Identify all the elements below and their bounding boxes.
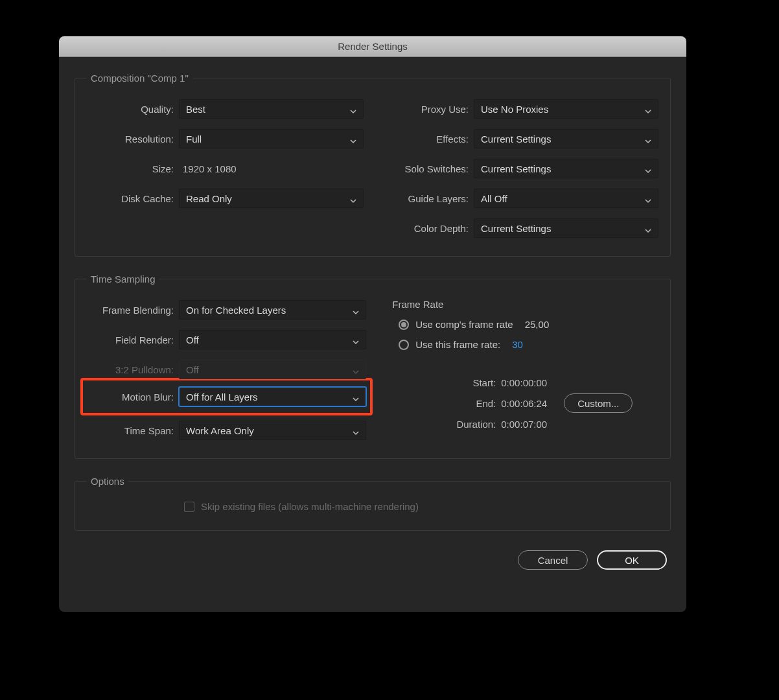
chevron-down-icon [353,427,359,434]
chevron-down-icon [353,366,359,373]
motion-blur-select[interactable]: Off for All Layers [179,387,366,406]
chevron-down-icon [353,393,359,400]
field-render-label: Field Render: [87,334,179,345]
disk-cache-label: Disk Cache: [87,193,179,204]
time-span-label: Time Span: [87,425,179,436]
proxy-label: Proxy Use: [382,104,474,115]
chevron-down-icon [645,106,651,112]
resolution-select[interactable]: Full [179,129,364,148]
guide-label: Guide Layers: [382,193,474,204]
color-depth-select[interactable]: Current Settings [474,218,658,238]
chevron-down-icon [350,106,356,112]
chevron-down-icon [350,135,356,142]
chevron-down-icon [645,225,651,231]
effects-label: Effects: [382,134,474,145]
resolution-value: Full [186,134,202,145]
skip-files-label: Skip existing files (allows multi-machin… [201,501,419,512]
motion-blur-label: Motion Blur: [87,391,179,402]
chevron-down-icon [645,135,651,142]
effects-select[interactable]: Current Settings [474,129,658,148]
dialog-body: Composition "Comp 1" Quality: Best Resol… [59,57,686,581]
chevron-down-icon [350,195,356,202]
time-sampling-right-col: Frame Rate Use comp's frame rate 25,00 U… [384,295,658,445]
frame-rate-custom-label: Use this frame rate: [415,339,500,350]
proxy-value: Use No Proxies [481,104,548,115]
quality-label: Quality: [87,104,179,115]
end-value: 0:00:06:24 [501,398,547,409]
motion-blur-value: Off for All Layers [186,391,258,402]
solo-select[interactable]: Current Settings [474,159,658,178]
size-label: Size: [87,163,179,174]
time-span-select[interactable]: Work Area Only [179,421,366,440]
frame-rate-comp-value: 25,00 [525,319,550,330]
frame-rate-custom-row[interactable]: Use this frame rate: 30 [399,339,656,350]
chevron-down-icon [353,336,359,343]
time-sampling-left-col: Frame Blending: On for Checked Layers Fi… [87,295,366,445]
composition-group: Composition "Comp 1" Quality: Best Resol… [75,73,671,257]
ok-button[interactable]: OK [597,550,667,570]
color-depth-label: Color Depth: [382,223,474,234]
size-value: 1920 x 1080 [179,163,237,174]
guide-select[interactable]: All Off [474,189,658,208]
composition-legend: Composition "Comp 1" [87,73,192,84]
end-label: End: [449,398,496,409]
chevron-down-icon [645,165,651,172]
titlebar: Render Settings [59,36,686,57]
start-value: 0:00:00:00 [501,377,547,388]
chevron-down-icon [353,307,359,313]
duration-value: 0:00:07:00 [501,419,547,430]
render-settings-dialog: Render Settings Composition "Comp 1" Qua… [59,36,686,612]
frame-rate-title: Frame Rate [392,299,656,310]
guide-value: All Off [481,193,507,204]
time-sampling-group: Time Sampling Frame Blending: On for Che… [75,274,671,459]
dialog-title: Render Settings [338,41,408,52]
time-block: Start: 0:00:00:00 End: 0:00:06:24 Custom… [449,372,656,434]
pulldown-select: Off [179,360,366,379]
solo-label: Solo Switches: [382,163,474,174]
resolution-label: Resolution: [87,134,179,145]
time-span-value: Work Area Only [186,425,254,436]
skip-files-row: Skip existing files (allows multi-machin… [184,501,658,512]
duration-label: Duration: [449,419,496,430]
effects-value: Current Settings [481,134,551,145]
start-label: Start: [449,377,496,388]
solo-value: Current Settings [481,163,551,174]
pulldown-value: Off [186,364,199,375]
color-depth-value: Current Settings [481,223,551,234]
motion-blur-highlight: Motion Blur: Off for All Layers [80,378,373,415]
frame-rate-comp-label: Use comp's frame rate [415,319,513,330]
frame-blending-select[interactable]: On for Checked Layers [179,300,366,320]
quality-value: Best [186,104,205,115]
quality-select[interactable]: Best [179,99,364,119]
disk-cache-select[interactable]: Read Only [179,189,364,208]
disk-cache-value: Read Only [186,193,232,204]
chevron-down-icon [645,195,651,202]
cancel-button[interactable]: Cancel [518,550,588,570]
pulldown-label: 3:2 Pulldown: [87,364,179,375]
field-render-value: Off [186,334,199,345]
frame-blending-label: Frame Blending: [87,305,179,316]
options-group: Options Skip existing files (allows mult… [75,476,671,531]
options-legend: Options [87,476,128,487]
field-render-select[interactable]: Off [179,330,366,349]
skip-files-checkbox [184,502,194,512]
custom-button[interactable]: Custom... [564,393,633,413]
frame-rate-comp-row[interactable]: Use comp's frame rate 25,00 [399,319,656,330]
frame-blending-value: On for Checked Layers [186,305,286,316]
time-sampling-legend: Time Sampling [87,274,159,285]
radio-icon [399,340,409,350]
composition-left-col: Quality: Best Resolution: Full [87,94,364,243]
dialog-footer: Cancel OK [75,548,671,570]
frame-rate-custom-value[interactable]: 30 [512,339,523,350]
composition-right-col: Proxy Use: Use No Proxies Effects: Curre… [382,94,658,243]
radio-icon [399,320,409,330]
proxy-select[interactable]: Use No Proxies [474,99,658,119]
